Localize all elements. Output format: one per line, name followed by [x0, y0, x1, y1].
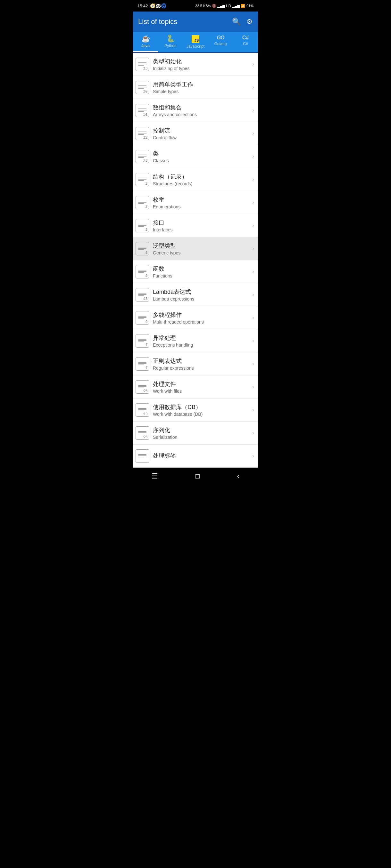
badge-count: :43 [143, 159, 147, 162]
status-right: 38.5 KB/s 📵 ▂▄▆ HD ▂▄▆ 📶 91% [196, 4, 253, 8]
badge-count: :13 [143, 297, 147, 301]
topic-badge: :69 [136, 81, 149, 94]
tab-cs-label: C# [243, 41, 248, 46]
list-item[interactable]: :13Lambda表达式Lambda expressions› [133, 283, 258, 306]
topic-content: 处理标签 [153, 452, 250, 460]
badge-count: :28 [143, 389, 147, 393]
search-icon[interactable]: 🔍 [232, 18, 241, 26]
topic-badge: :8 [136, 173, 149, 186]
topic-badge: :22 [136, 127, 149, 140]
list-item[interactable]: :51数组和集合Arrays and collections› [133, 99, 258, 122]
tab-java-label: Java [141, 43, 149, 48]
list-item[interactable]: :69用简单类型工作Simple types› [133, 76, 258, 99]
js-icon: JS [192, 35, 199, 43]
chevron-right-icon: › [252, 430, 254, 436]
list-item[interactable]: :7枚举Enumerations› [133, 191, 258, 214]
topic-title-english: Multi-threaded operations [153, 319, 250, 324]
badge-count: :23 [143, 435, 147, 439]
topic-title-chinese: 接口 [153, 219, 250, 226]
list-item[interactable]: :23序列化Serialization› [133, 422, 258, 444]
topic-title-chinese: 异常处理 [153, 334, 250, 342]
list-item[interactable]: :22控制流Control flow› [133, 122, 258, 145]
badge-count: :10 [143, 412, 147, 416]
topic-badge: :23 [136, 426, 149, 440]
topic-badge: :6 [136, 219, 149, 232]
topic-title-chinese: 处理文件 [153, 380, 250, 388]
topic-content: 枚举Enumerations [153, 196, 250, 209]
status-bar: 15:42 🧭🐼🌀 38.5 KB/s 📵 ▂▄▆ HD ▂▄▆ 📶 91% [133, 0, 258, 11]
topic-content: 序列化Serialization [153, 426, 250, 440]
badge-count: :6 [145, 251, 147, 254]
topic-content: 异常处理Exceptions handling [153, 334, 250, 348]
tab-csharp[interactable]: C# C# [233, 32, 258, 52]
home-button[interactable]: □ [192, 469, 203, 484]
tab-java[interactable]: ☕ Java [133, 32, 158, 52]
topic-title-english: Simple types [153, 89, 250, 94]
topic-title-chinese: 序列化 [153, 426, 250, 434]
topic-title-english: Control flow [153, 135, 250, 140]
chevron-right-icon: › [252, 199, 254, 206]
topic-title-chinese: 类型初始化 [153, 58, 250, 65]
topic-title-chinese: 处理标签 [153, 452, 250, 460]
list-item[interactable]: :28处理文件Work with files› [133, 375, 258, 399]
topic-title-chinese: 使用数据库（DB） [153, 403, 250, 411]
topic-title-english: Classes [153, 158, 250, 163]
topic-title-chinese: 枚举 [153, 196, 250, 204]
list-item[interactable]: :10类型初始化Initializing of types› [133, 53, 258, 76]
topic-content: 接口Interfaces [153, 219, 250, 232]
list-item[interactable]: :6接口Interfaces› [133, 214, 258, 237]
topic-badge: :7 [136, 196, 149, 209]
menu-button[interactable]: ☰ [148, 469, 161, 484]
settings-icon[interactable]: ⚙ [247, 18, 253, 26]
topic-title-chinese: 用简单类型工作 [153, 81, 250, 88]
list-item[interactable]: :8结构（记录）Structures (records)› [133, 168, 258, 191]
topic-badge: :6 [136, 242, 149, 255]
list-item[interactable]: :7异常处理Exceptions handling› [133, 329, 258, 352]
chevron-right-icon: › [252, 291, 254, 298]
tab-golang[interactable]: GO Golang [208, 32, 233, 52]
list-item[interactable]: :7正则表达式Regular expressions› [133, 352, 258, 375]
badge-count: :7 [145, 343, 147, 347]
golang-icon: GO [217, 35, 224, 40]
badge-count: :69 [143, 90, 147, 93]
topic-title-chinese: 控制流 [153, 127, 250, 134]
topic-title-chinese: 正则表达式 [153, 357, 250, 365]
list-item[interactable]: :10使用数据库（DB）Work with database (DB)› [133, 399, 258, 422]
tab-go-label: Golang [215, 41, 227, 46]
list-item[interactable]: 处理标签› [133, 444, 258, 468]
topic-badge: :7 [136, 334, 149, 348]
topic-badge [136, 450, 149, 463]
topic-title-english: Generic types [153, 250, 250, 255]
chevron-right-icon: › [252, 222, 254, 229]
list-item[interactable]: :9函数Functions› [133, 260, 258, 283]
topic-badge: :10 [136, 403, 149, 417]
chevron-right-icon: › [252, 84, 254, 91]
topic-content: 结构（记录）Structures (records) [153, 173, 250, 186]
list-item[interactable]: :6泛型类型Generic types› [133, 237, 258, 260]
topic-badge: :51 [136, 104, 149, 117]
tab-python[interactable]: 🐍 Python [158, 32, 183, 52]
badge-count: :9 [145, 274, 147, 278]
header-actions: 🔍 ⚙ [232, 18, 253, 26]
header-title: List of topics [138, 18, 177, 26]
chevron-right-icon: › [252, 153, 254, 160]
time-display: 15:42 [138, 3, 148, 8]
tab-javascript[interactable]: JS JavaScript [183, 32, 208, 52]
topic-title-english: Regular expressions [153, 366, 250, 371]
chevron-right-icon: › [252, 314, 254, 321]
topic-title-chinese: 函数 [153, 265, 250, 273]
back-button[interactable]: ‹ [234, 469, 242, 484]
chevron-right-icon: › [252, 337, 254, 344]
topic-title-english: Work with database (DB) [153, 412, 250, 417]
app-icons: 🧭🐼🌀 [150, 3, 166, 8]
topic-content: 正则表达式Regular expressions [153, 357, 250, 371]
topic-badge: :9 [136, 265, 149, 278]
chevron-right-icon: › [252, 245, 254, 252]
list-item[interactable]: :9多线程操作Multi-threaded operations› [133, 306, 258, 329]
list-item[interactable]: :43类Classes› [133, 145, 258, 168]
chevron-right-icon: › [252, 453, 254, 459]
topic-content: 类Classes [153, 150, 250, 163]
badge-count: :9 [145, 320, 147, 323]
topic-content: 类型初始化Initializing of types [153, 58, 250, 71]
topic-badge: :43 [136, 150, 149, 163]
